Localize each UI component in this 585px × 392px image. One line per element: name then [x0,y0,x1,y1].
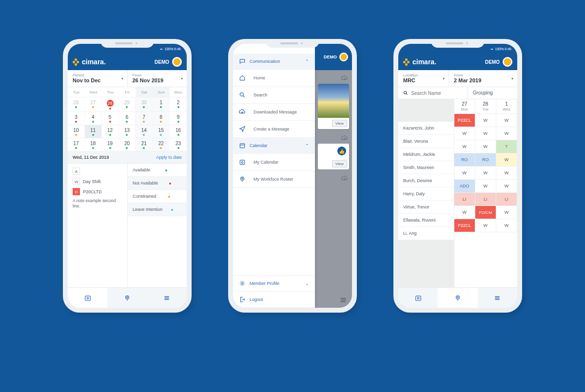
section-communication[interactable]: Communication ⌃ [233,54,315,70]
calendar-day[interactable]: 30 [136,97,153,112]
drawer-item[interactable]: Create a Message [233,121,315,138]
section-member-profile[interactable]: Member Profile ⌄ [233,276,315,292]
calendar-day[interactable]: 10 [68,125,85,138]
calendar-day[interactable]: 15 [153,125,170,138]
search-input[interactable] [411,91,462,96]
roster-cell[interactable]: W [475,167,496,180]
roster-cell[interactable]: W [496,127,517,140]
calendar-day[interactable]: 9 [170,112,187,125]
calendar-day[interactable]: 19 [102,138,119,151]
phone-calendar: ••100% 6:46 cimara. DEMO Period Nov to D… [63,39,192,313]
roster-cell[interactable]: W [496,219,517,232]
calendar-day[interactable]: 7 [136,112,153,125]
roster-cell[interactable]: W [475,127,496,140]
calendar-day[interactable]: 5 [102,112,119,125]
roster-cell[interactable]: W [496,206,517,219]
nav-calendar[interactable] [68,288,107,308]
calendar-day[interactable]: 4 [85,112,102,125]
calendar-day[interactable]: 20 [119,138,136,151]
roster-name[interactable]: Ellawala, Ruveni [398,214,454,227]
calendar-day[interactable]: 22 [153,138,170,151]
avatar[interactable] [172,57,182,67]
roster-day[interactable]: 28Tue [475,99,496,114]
drawer-item[interactable]: My Workfoce Roster [233,171,315,188]
drawer-backdrop[interactable]: DEMO View 👍 View [315,44,352,308]
calendar-day[interactable]: 26 [68,97,85,112]
calendar-day[interactable]: 27 [85,97,102,112]
drawer-item[interactable]: Home [233,70,315,87]
avatar[interactable] [503,57,512,67]
roster-day[interactable]: 1Wed [496,99,517,114]
roster-cell[interactable]: RO [475,153,496,167]
roster-cell[interactable]: W [496,114,517,127]
calendar-day[interactable]: 14 [136,125,153,138]
calendar-day[interactable]: 1 [153,97,170,112]
nav-menu[interactable] [147,288,187,308]
chevron-up-icon: ⌃ [305,143,309,148]
roster-cell[interactable]: W [454,206,475,219]
nav-menu[interactable] [478,288,517,308]
roster-name[interactable]: Smith, Maureen [398,161,454,174]
roster-name[interactable]: Burch, Desiree [398,174,454,187]
drawer-item[interactable]: Search [233,87,315,104]
roster-cell[interactable]: W [454,127,475,140]
roster-cell[interactable]: ADO [454,180,475,193]
roster-cell[interactable]: P22CL [454,114,475,127]
location-select[interactable]: Location MRC ▾ [398,70,449,87]
roster-cell[interactable]: LI [496,193,517,206]
roster-name[interactable]: Li, Ang [398,227,454,240]
roster-cell[interactable]: W [475,140,496,153]
nav-roster[interactable] [107,288,147,308]
calendar-day[interactable]: 3 [68,112,85,125]
logout-item[interactable]: Logout [233,292,315,308]
calendar-day[interactable]: 28 [102,97,119,112]
roster-cell[interactable]: W [454,167,475,180]
view-button[interactable]: View [332,120,347,127]
roster-cell[interactable]: W [475,219,496,232]
roster-name[interactable]: Kazantzis, John [398,122,454,135]
roster-cell[interactable]: W [496,153,517,167]
search-field[interactable] [398,87,468,99]
view-button[interactable]: View [332,160,347,168]
calendar-day[interactable]: 2 [170,97,187,112]
calendar-day[interactable]: 17 [68,138,85,151]
grouping-select[interactable]: Grouping [468,87,517,99]
roster-cell[interactable]: W [496,167,517,180]
roster-cell[interactable]: W [475,180,496,193]
roster-cell[interactable]: RO [454,153,475,167]
from-value: 2 Mar 2019 [454,77,512,83]
calendar-day[interactable]: 6 [119,112,136,125]
drawer-item[interactable]: Downloaded Message [233,104,315,121]
period-select[interactable]: Period Nov to Dec ▾ [68,70,128,87]
from-select[interactable]: From 26 Nov 2019 ▾ [128,70,187,87]
svg-rect-6 [240,160,244,165]
roster-cell[interactable]: W [454,140,475,153]
calendar-day[interactable]: 12 [102,125,119,138]
roster-cell[interactable]: LI [475,193,496,206]
calendar-day[interactable]: 29 [119,97,136,112]
drawer-item[interactable]: My Calendar [233,154,315,171]
roster-cell[interactable]: T [496,140,517,153]
roster-cell[interactable]: W [496,180,517,193]
from-select[interactable]: From 2 Mar 2019 ▾ [449,70,517,87]
calendar-day[interactable]: 18 [85,138,102,151]
calendar-day[interactable]: 16 [170,125,187,138]
nav-roster[interactable] [438,288,477,308]
roster-name[interactable]: Harry, Daly [398,187,454,201]
roster-cell[interactable]: W [475,114,496,127]
section-calendar[interactable]: Calendar ⌃ [233,138,315,154]
roster-cell[interactable]: P22CM [475,206,496,219]
roster-day[interactable]: 27Mon [454,99,475,114]
calendar-day[interactable]: 11 [85,125,102,138]
roster-cell[interactable]: P22CL [454,219,475,232]
nav-calendar[interactable] [398,288,438,308]
calendar-day[interactable]: 13 [119,125,136,138]
calendar-day[interactable]: 8 [153,112,170,125]
roster-cell[interactable]: LI [454,193,475,206]
apply-to-date-link[interactable]: Apply to date [156,155,182,160]
roster-name[interactable]: Blair, Verona [398,135,454,148]
calendar-day[interactable]: 21 [136,138,153,151]
roster-name[interactable]: Meldrum, Jackie [398,148,454,161]
calendar-day[interactable]: 23 [170,138,187,151]
roster-name[interactable]: Virtue, Trevor [398,201,454,214]
